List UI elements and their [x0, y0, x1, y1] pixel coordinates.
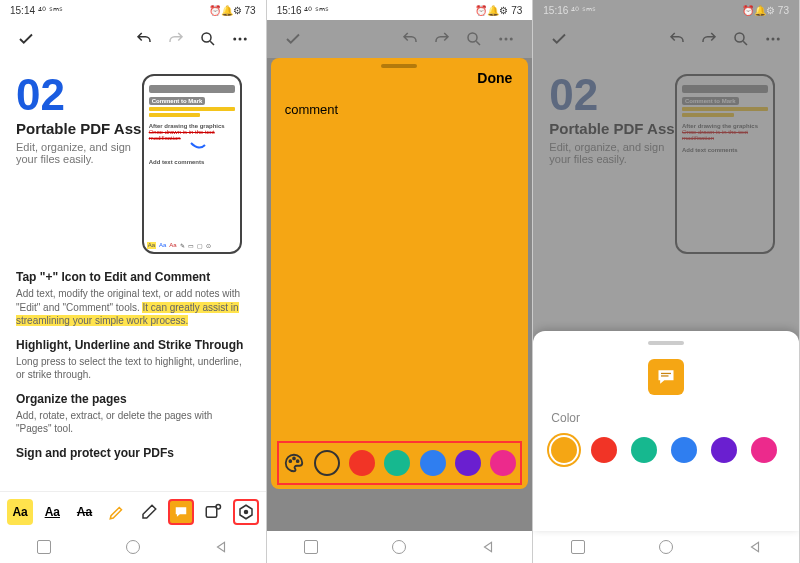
- search-icon[interactable]: [194, 25, 222, 53]
- svg-point-0: [202, 33, 211, 42]
- nav-bar: [0, 531, 266, 563]
- status-icons: ⏰🔔⚙ 73: [209, 5, 256, 16]
- color-red[interactable]: [591, 437, 617, 463]
- svg-point-18: [771, 38, 774, 41]
- search-icon: [460, 25, 488, 53]
- comment-input[interactable]: comment: [285, 102, 338, 117]
- tool-underline[interactable]: Aa: [39, 499, 65, 525]
- section-organize: Organize the pages Add, rotate, extract,…: [16, 392, 250, 436]
- svg-point-11: [505, 38, 508, 41]
- svg-rect-21: [661, 375, 669, 376]
- color-pink[interactable]: [490, 450, 516, 476]
- more-icon: [492, 25, 520, 53]
- annotation-toolbar: Aa Aa Aa: [0, 491, 266, 531]
- color-swatches: [551, 437, 781, 463]
- status-time: 15:16 ⁴⁰ ˢᵐˢ: [277, 5, 330, 16]
- confirm-icon[interactable]: [12, 25, 40, 53]
- svg-rect-5: [178, 510, 183, 511]
- document-content: 02 Portable PDF Assistant Edit, organize…: [0, 58, 266, 491]
- screen-2: 15:16 ⁴⁰ ˢᵐˢ ⏰🔔⚙ 73 Done comment: [267, 0, 534, 563]
- redo-icon: [695, 25, 723, 53]
- nav-back[interactable]: [481, 540, 495, 554]
- status-time: 15:14 ⁴⁰ ˢᵐˢ: [10, 5, 63, 16]
- svg-point-14: [293, 458, 295, 460]
- undo-icon: [663, 25, 691, 53]
- nav-home[interactable]: [659, 540, 673, 554]
- status-time: 15:16 ⁴⁰ ˢᵐˢ: [543, 5, 596, 16]
- svg-point-8: [244, 510, 247, 513]
- svg-point-19: [777, 38, 780, 41]
- search-icon: [727, 25, 755, 53]
- nav-home[interactable]: [126, 540, 140, 554]
- sheet-handle[interactable]: [648, 341, 684, 345]
- palette-icon[interactable]: [283, 452, 305, 474]
- confirm-icon: [279, 25, 307, 53]
- color-purple[interactable]: [711, 437, 737, 463]
- nav-recent[interactable]: [571, 540, 585, 554]
- svg-point-10: [500, 38, 503, 41]
- status-bar: 15:16 ⁴⁰ ˢᵐˢ ⏰🔔⚙ 73: [267, 0, 533, 20]
- tool-note[interactable]: [168, 499, 194, 525]
- svg-point-1: [233, 38, 236, 41]
- color-teal[interactable]: [384, 450, 410, 476]
- status-bar: 15:14 ⁴⁰ ˢᵐˢ ⏰🔔⚙ 73: [0, 0, 266, 20]
- tool-highlight-text[interactable]: Aa: [7, 499, 33, 525]
- svg-point-3: [243, 38, 246, 41]
- page-subtitle: Edit, organize, and sign your files easi…: [16, 141, 146, 165]
- phone-mockup: Comment to Mark After drawing the graphi…: [142, 74, 242, 254]
- tool-eraser[interactable]: [136, 499, 162, 525]
- nav-recent[interactable]: [37, 540, 51, 554]
- nav-home[interactable]: [392, 540, 406, 554]
- more-icon: [759, 25, 787, 53]
- tool-shape[interactable]: [233, 499, 259, 525]
- more-icon[interactable]: [226, 25, 254, 53]
- status-icons: ⏰🔔⚙ 73: [475, 5, 522, 16]
- comment-color-palette: [277, 441, 523, 485]
- note-preview-icon: [648, 359, 684, 395]
- confirm-icon: [545, 25, 573, 53]
- status-bar: 15:16 ⁴⁰ ˢᵐˢ ⏰🔔⚙ 73: [533, 0, 799, 20]
- color-purple[interactable]: [455, 450, 481, 476]
- status-icons: ⏰🔔⚙ 73: [742, 5, 789, 16]
- svg-rect-20: [661, 373, 671, 374]
- screen-3: 15:16 ⁴⁰ ˢᵐˢ ⏰🔔⚙ 73 02 Portable PDF Assi…: [533, 0, 800, 563]
- svg-point-2: [238, 38, 241, 41]
- comment-editor-sheet: Done comment: [271, 58, 529, 489]
- screen-1: 15:14 ⁴⁰ ˢᵐˢ ⏰🔔⚙ 73 02 Portable PDF Assi…: [0, 0, 267, 563]
- tool-image[interactable]: [200, 499, 226, 525]
- top-toolbar: [0, 20, 266, 58]
- section-edit: Tap "+" Icon to Edit and Comment Add tex…: [16, 270, 250, 328]
- svg-point-17: [766, 38, 769, 41]
- undo-icon: [396, 25, 424, 53]
- svg-point-12: [510, 38, 513, 41]
- nav-back[interactable]: [214, 540, 228, 554]
- sheet-handle[interactable]: [381, 64, 417, 68]
- svg-point-7: [216, 504, 221, 509]
- nav-bar: [533, 531, 799, 563]
- nav-recent[interactable]: [304, 540, 318, 554]
- top-toolbar: [267, 20, 533, 58]
- done-button[interactable]: Done: [477, 70, 512, 86]
- nav-bar: [267, 531, 533, 563]
- color-label: Color: [551, 411, 781, 425]
- nav-back[interactable]: [748, 540, 762, 554]
- tool-pen[interactable]: [104, 499, 130, 525]
- section-highlight: Highlight, Underline and Strike Through …: [16, 338, 250, 382]
- color-teal[interactable]: [631, 437, 657, 463]
- color-picker-sheet: Color: [533, 331, 799, 531]
- tool-strikethrough[interactable]: Aa: [72, 499, 98, 525]
- svg-point-13: [290, 460, 292, 462]
- color-pink[interactable]: [751, 437, 777, 463]
- undo-icon[interactable]: [130, 25, 158, 53]
- redo-icon: [428, 25, 456, 53]
- svg-point-16: [735, 33, 744, 42]
- section-sign: Sign and protect your PDFs: [16, 446, 250, 460]
- svg-rect-6: [207, 506, 218, 517]
- redo-icon[interactable]: [162, 25, 190, 53]
- color-red[interactable]: [349, 450, 375, 476]
- color-blue[interactable]: [420, 450, 446, 476]
- svg-rect-4: [178, 509, 185, 510]
- color-orange[interactable]: [551, 437, 577, 463]
- color-none[interactable]: [314, 450, 340, 476]
- color-blue[interactable]: [671, 437, 697, 463]
